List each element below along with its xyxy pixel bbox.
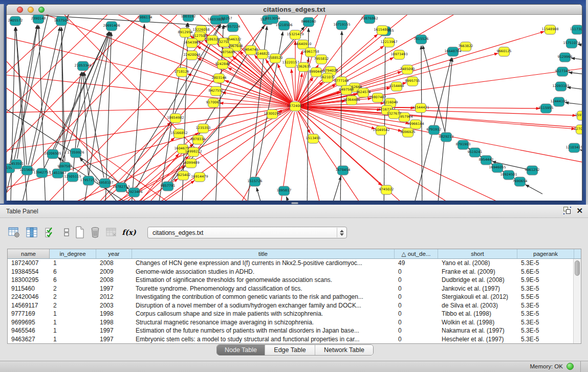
table-scrollbar[interactable] [573,259,581,343]
graph-node[interactable]: 2390148 [31,15,46,24]
table-cell-title[interactable]: Changes of HCN gene expression and I(f) … [132,259,395,268]
table-cell-pagerank[interactable]: 5.3E-5 [517,318,574,327]
network-window-titlebar[interactable]: citations_edges.txt [7,5,582,15]
graph-node[interactable]: 7690654 [513,177,528,186]
column-header-year[interactable]: year [96,249,132,258]
table-cell-out_degree[interactable]: 0 [395,293,438,301]
graph-node[interactable]: 1597350 [575,111,582,120]
table-cell-name[interactable]: 14569117 [8,301,50,310]
table-cell-short[interactable]: Nakamura et al. (1997) [438,326,517,335]
graph-node[interactable]: 12444195 [550,97,567,106]
table-cell-title[interactable]: Tourette syndrome. Phenomenology and cla… [132,285,395,293]
table-cell-in_degree[interactable]: 1 [50,259,96,268]
table-row[interactable]: 911546021997Tourette syndrome. Phenomeno… [8,285,573,293]
graph-node[interactable]: 8829213 [439,133,454,142]
graph-node[interactable]: 3624574 [356,88,371,97]
table-cell-out_degree[interactable]: 49 [395,259,438,268]
graph-node[interactable]: 9745022 [379,185,394,194]
float-window-icon[interactable] [563,207,571,214]
graph-node[interactable]: 20364486 [343,96,360,105]
table-cell-pagerank[interactable]: 5.3E-5 [517,259,574,268]
graph-node[interactable]: 8954442 [479,156,494,165]
graph-node[interactable]: 8454749 [244,46,258,55]
graph-node[interactable]: 9170061 [206,98,221,107]
table-cell-short[interactable]: Jankovic et al. (1997) [438,285,517,293]
table-cell-out_degree[interactable]: 0 [395,310,438,318]
table-cell-title[interactable]: Genome-wide association studies in ADHD. [132,268,395,276]
close-icon[interactable]: ✕ [576,207,583,214]
graph-node[interactable]: 15218506 [275,21,292,30]
graph-node[interactable]: 6497568 [339,85,354,95]
graph-node[interactable]: 11548908 [541,25,558,34]
graph-node[interactable]: 2405572 [8,16,23,26]
graph-node[interactable]: 8186328 [205,35,220,45]
table-cell-in_degree[interactable]: 2 [50,285,96,293]
graph-node[interactable]: 2803144 [212,74,227,83]
table-scrollbar-thumb[interactable] [575,260,580,276]
table-cell-in_degree[interactable]: 1 [50,335,96,344]
table-cell-short[interactable]: Wolkin et al. (1998) [438,318,517,327]
graph-node[interactable]: 1003192 [181,15,196,21]
graph-node[interactable]: 12505115 [64,172,81,182]
table-cell-pagerank[interactable]: 5.3E-5 [517,326,574,335]
column-header-name[interactable]: name [8,249,50,258]
graph-node[interactable]: 9519241 [468,148,483,157]
tab-node-table[interactable]: Node Table [217,345,265,355]
graph-node[interactable]: 9227343 [555,67,570,76]
graph-node[interactable]: 18654982 [167,114,184,123]
graph-node[interactable]: 21053346 [74,61,91,71]
table-cell-name[interactable]: 9463627 [8,335,50,344]
tab-network-table[interactable]: Network Table [315,345,373,355]
graph-node[interactable]: 8813054 [266,15,280,24]
graph-node[interactable]: 7857224 [226,23,241,32]
table-cell-name[interactable]: 18724007 [8,259,50,268]
table-cell-name[interactable]: 18300295 [8,276,50,285]
graph-node[interactable]: 7485090 [400,65,415,74]
graph-node[interactable]: 8995755 [405,77,420,86]
table-cell-out_degree[interactable]: 0 [395,285,438,293]
table-cell-pagerank[interactable]: 5.3E-5 [517,301,574,310]
graph-node[interactable]: 9875685 [221,48,235,57]
graph-node[interactable]: 12103415 [565,143,582,152]
table-cell-out_degree[interactable]: 0 [395,276,438,285]
table-row[interactable]: 1938455462009Genome-wide association stu… [8,268,573,276]
table-row[interactable]: 946554611997Estimation of the future num… [8,326,573,335]
graph-node[interactable]: 8096925 [401,128,416,137]
table-cell-in_degree[interactable]: 1 [50,310,96,318]
panel-divider-grip[interactable] [291,202,298,204]
graph-node[interactable]: 15751074 [563,39,580,48]
table-cell-short[interactable]: Yano et al. (2008) [438,259,517,268]
table-cell-title[interactable]: Estimation of the future numbers of pati… [132,326,395,335]
table-cell-in_degree[interactable]: 2 [50,293,96,301]
table-cell-in_degree[interactable]: 2 [50,301,96,310]
delete-table-icon[interactable] [104,225,119,239]
graph-node[interactable]: 15166852 [170,129,187,138]
graph-node[interactable]: 11544421 [412,103,429,113]
graph-node[interactable]: 13942757 [33,168,50,178]
table-cell-pagerank[interactable]: 5.5E-5 [517,293,574,301]
table-row[interactable]: 1456911722003Disruption of a novel membe… [8,301,573,310]
table-cell-short[interactable]: Hescheler et al. (1997) [438,335,517,344]
table-cell-pagerank[interactable]: 5.9E-5 [517,276,574,285]
graph-node[interactable]: 1095817 [277,186,292,195]
graph-node[interactable]: 17359926 [67,148,84,158]
graph-node[interactable]: 1270305 [574,125,582,134]
graph-node[interactable]: 1327677 [387,110,402,119]
graph-node[interactable]: 1513455 [306,134,321,143]
table-row[interactable]: 2242004622012Investigating the contribut… [8,293,573,301]
table-cell-title[interactable]: Embryonic stem cells: a model to study s… [132,335,395,344]
table-cell-short[interactable]: Stergiakouli et al. (2012) [438,293,517,301]
table-cell-title[interactable]: Estimation of significance thresholds fo… [132,276,395,285]
graph-node[interactable]: 12093185 [552,82,569,91]
table-cell-name[interactable]: 9777169 [8,310,50,318]
graph-node[interactable]: 16914479 [191,172,208,182]
table-cell-name[interactable]: 22420046 [8,293,50,301]
graph-node[interactable]: 12213967 [380,38,397,47]
table-cell-year[interactable]: 2009 [96,268,132,276]
table-cell-title[interactable]: Structural magnetic resonance image aver… [132,318,395,327]
table-cell-pagerank[interactable]: 5.3E-5 [517,310,574,318]
graph-node[interactable]: 9857791 [161,182,176,191]
graph-node[interactable]: 9546322 [227,35,242,45]
graph-node[interactable]: 1235353 [196,124,211,133]
delete-attribute-icon[interactable] [88,225,102,239]
